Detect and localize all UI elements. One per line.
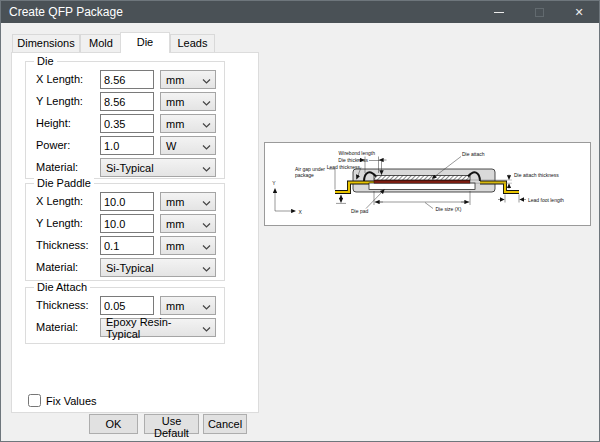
paddle-material-select[interactable]: Si-Typical [100, 258, 216, 277]
paddle-thickness-unit-select[interactable]: mm [160, 236, 216, 255]
qfp-diagram-svg: Wirebond length Die thickness Lead thick… [265, 143, 592, 227]
chevron-down-icon [202, 322, 211, 334]
window-title: Create QFP Package [1, 5, 123, 19]
die-power-unit-value: W [166, 140, 176, 152]
fix-values-label: Fix Values [46, 395, 97, 407]
die-material-label: Material: [36, 161, 78, 173]
air-gap-label-line2: package [295, 172, 314, 178]
lead-thickness-label: Lead thickness [327, 164, 361, 170]
die-shape [374, 176, 470, 181]
window-controls: ✕ [479, 1, 599, 23]
die-group: Die X Length: mm Y Length: mm Height: mm… [25, 61, 225, 179]
fix-values-checkbox[interactable] [28, 394, 41, 407]
die-height-label: Height: [36, 117, 71, 129]
die-attach-layer [374, 180, 470, 183]
lead-foot-length-label: Lead foot length [528, 197, 564, 203]
chevron-down-icon [202, 118, 211, 130]
paddle-y-length-unit-select[interactable]: mm [160, 214, 216, 233]
minimize-button[interactable] [479, 1, 519, 23]
die-size-x-label: Die size (X) [436, 206, 462, 212]
attach-thickness-unit-select[interactable]: mm [160, 296, 216, 315]
die-y-length-unit-select[interactable]: mm [160, 92, 216, 111]
paddle-x-length-unit-value: mm [166, 196, 184, 208]
attach-thickness-label: Thickness: [36, 299, 89, 311]
paddle-thickness-unit-value: mm [166, 240, 184, 252]
die-material-select[interactable]: Si-Typical [100, 158, 216, 177]
die-x-length-input[interactable] [100, 70, 154, 89]
tab-die[interactable]: Die [120, 32, 170, 53]
die-attach-group-title: Die Attach [34, 281, 90, 293]
tab-mold[interactable]: Mold [80, 34, 122, 52]
qfp-cross-section-diagram: Wirebond length Die thickness Lead thick… [264, 142, 591, 226]
close-button[interactable]: ✕ [559, 1, 599, 23]
tab-dimensions[interactable]: Dimensions [12, 34, 80, 52]
paddle-x-length-input[interactable] [100, 192, 154, 211]
attach-material-select[interactable]: Epoxy Resin-Typical [100, 318, 216, 337]
die-power-input[interactable] [100, 136, 154, 155]
die-power-label: Power: [36, 139, 70, 151]
minimize-icon [494, 12, 504, 13]
die-y-length-label: Y Length: [36, 95, 83, 107]
wirebond-length-label: Wirebond length [339, 150, 376, 156]
die-attach-label: Die attach [462, 151, 485, 157]
attach-material-label: Material: [36, 321, 78, 333]
close-icon: ✕ [574, 7, 583, 18]
maximize-icon [535, 8, 544, 17]
die-x-length-unit-select[interactable]: mm [160, 70, 216, 89]
die-pad-label: Die pad [351, 208, 368, 214]
die-x-length-unit-value: mm [166, 74, 184, 86]
paddle-x-length-unit-select[interactable]: mm [160, 192, 216, 211]
paddle-material-value: Si-Typical [106, 262, 154, 274]
die-height-unit-select[interactable]: mm [160, 114, 216, 133]
chevron-down-icon [202, 196, 211, 208]
die-attach-thickness-label: Die attach thickness [514, 172, 559, 178]
paddle-thickness-input[interactable] [100, 236, 154, 255]
die-attach-group: Die Attach Thickness: mm Material: Epoxy… [25, 287, 225, 344]
die-x-length-label: X Length: [36, 73, 83, 85]
paddle-y-length-label: Y Length: [36, 217, 83, 229]
die-height-input[interactable] [100, 114, 154, 133]
die-thickness-label: Die thickness [338, 157, 368, 163]
chevron-down-icon [202, 262, 211, 274]
attach-material-value: Epoxy Resin-Typical [106, 316, 202, 340]
maximize-button [519, 1, 559, 23]
die-paddle-group: Die Paddle X Length: mm Y Length: mm Thi… [25, 183, 225, 281]
paddle-y-length-unit-value: mm [166, 218, 184, 230]
die-height-unit-value: mm [166, 118, 184, 130]
air-gap-label-line1: Air gap under [295, 166, 325, 172]
die-paddle-group-title: Die Paddle [34, 177, 94, 189]
chevron-down-icon [202, 218, 211, 230]
cancel-button[interactable]: Cancel [203, 414, 247, 434]
chevron-down-icon [202, 162, 211, 174]
chevron-down-icon [202, 300, 211, 312]
paddle-thickness-label: Thickness: [36, 239, 89, 251]
chevron-down-icon [202, 74, 211, 86]
paddle-x-length-label: X Length: [36, 195, 83, 207]
paddle-y-length-input[interactable] [100, 214, 154, 233]
die-power-unit-select[interactable]: W [160, 136, 216, 155]
die-y-length-unit-value: mm [166, 96, 184, 108]
chevron-down-icon [202, 96, 211, 108]
chevron-down-icon [202, 140, 211, 152]
chevron-down-icon [202, 240, 211, 252]
tab-leads[interactable]: Leads [170, 34, 215, 52]
attach-thickness-input[interactable] [100, 296, 154, 315]
die-y-length-input[interactable] [100, 92, 154, 111]
paddle-material-label: Material: [36, 261, 78, 273]
axis-y-label: Y [272, 180, 276, 186]
titlebar[interactable]: Create QFP Package ✕ [1, 1, 599, 23]
ok-button[interactable]: OK [89, 414, 138, 434]
die-pad-shape [369, 183, 475, 190]
die-group-title: Die [34, 55, 57, 67]
axis-x-label: X [299, 209, 303, 215]
attach-thickness-unit-value: mm [166, 300, 184, 312]
create-qfp-package-dialog: Create QFP Package ✕ Dimensions Mold Die… [0, 0, 600, 442]
die-material-value: Si-Typical [106, 162, 154, 174]
use-default-button[interactable]: Use Default [144, 414, 199, 434]
